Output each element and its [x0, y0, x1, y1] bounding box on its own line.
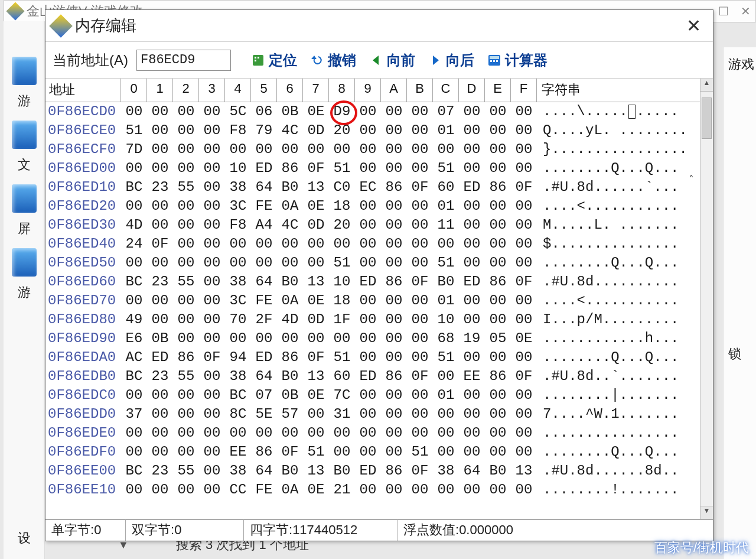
hex-byte[interactable]: 00: [121, 424, 147, 443]
calculator-button[interactable]: 计算器: [484, 50, 551, 71]
hex-byte[interactable]: 0E: [303, 386, 329, 405]
hex-byte[interactable]: ED: [251, 159, 277, 178]
scroll-up-icon[interactable]: ▲: [700, 79, 713, 92]
hex-byte[interactable]: 86: [485, 367, 511, 386]
hex-byte[interactable]: 0F: [407, 272, 433, 291]
address-input[interactable]: [136, 50, 231, 71]
hex-byte[interactable]: 00: [199, 159, 225, 178]
hex-byte[interactable]: 00: [251, 235, 277, 254]
hex-byte[interactable]: 55: [173, 367, 199, 386]
close-icon[interactable]: ✕: [682, 15, 706, 36]
hex-byte[interactable]: 23: [147, 462, 173, 480]
hex-byte[interactable]: 00: [199, 329, 225, 348]
hex-byte[interactable]: 64: [251, 462, 277, 480]
hex-byte[interactable]: 00: [303, 235, 329, 254]
hex-byte[interactable]: 00: [433, 140, 459, 159]
hex-byte[interactable]: 7D: [121, 140, 147, 159]
hex-byte[interactable]: 00: [329, 329, 355, 348]
hex-byte[interactable]: 00: [459, 197, 485, 216]
hex-byte[interactable]: 64: [251, 178, 277, 197]
hex-byte[interactable]: 00: [303, 329, 329, 348]
hex-byte[interactable]: 0B: [147, 329, 173, 348]
hex-byte[interactable]: 00: [355, 348, 381, 367]
hex-byte[interactable]: 01: [433, 197, 459, 216]
hex-header-ascii[interactable]: 字符串: [537, 79, 700, 102]
hex-byte[interactable]: 00: [199, 102, 225, 121]
hex-byte[interactable]: 00: [173, 121, 199, 140]
hex-byte[interactable]: 86: [251, 443, 277, 462]
hex-byte[interactable]: EE: [225, 443, 251, 462]
hex-byte[interactable]: 00: [199, 197, 225, 216]
memory-editor-titlebar[interactable]: 内存编辑 ✕: [45, 10, 713, 42]
hex-byte[interactable]: ED: [251, 348, 277, 367]
hex-byte[interactable]: 51: [329, 348, 355, 367]
hex-byte[interactable]: 00: [407, 254, 433, 272]
hex-byte[interactable]: 0F: [303, 348, 329, 367]
hex-byte[interactable]: 00: [407, 140, 433, 159]
hex-byte[interactable]: BC: [121, 178, 147, 197]
hex-byte[interactable]: BC: [121, 367, 147, 386]
hex-row[interactable]: 0F86EDA0ACED860F94ED860F5100000051000000…: [45, 348, 700, 367]
hex-byte[interactable]: 00: [173, 235, 199, 254]
hex-byte[interactable]: 00: [173, 197, 199, 216]
hex-byte[interactable]: 00: [303, 140, 329, 159]
hex-byte[interactable]: 3C: [225, 197, 251, 216]
hex-byte[interactable]: 00: [173, 480, 199, 499]
hex-byte[interactable]: 00: [381, 197, 407, 216]
hex-header-col[interactable]: 0: [121, 79, 147, 102]
hex-byte[interactable]: 38: [433, 462, 459, 480]
hex-byte[interactable]: 00: [381, 329, 407, 348]
hex-byte[interactable]: 00: [433, 235, 459, 254]
hex-byte[interactable]: 07: [251, 386, 277, 405]
hex-byte[interactable]: 51: [433, 159, 459, 178]
hex-byte[interactable]: 00: [355, 121, 381, 140]
hex-byte[interactable]: 64: [251, 272, 277, 291]
hex-byte[interactable]: 00: [303, 405, 329, 424]
hex-byte[interactable]: 0F: [407, 462, 433, 480]
hex-byte[interactable]: 0F: [511, 367, 537, 386]
hex-byte[interactable]: 00: [511, 159, 537, 178]
hex-byte[interactable]: ED: [147, 348, 173, 367]
hex-byte[interactable]: 55: [173, 272, 199, 291]
hex-byte[interactable]: 5C: [225, 102, 251, 121]
hex-byte[interactable]: B0: [485, 462, 511, 480]
hex-byte[interactable]: 5E: [251, 405, 277, 424]
hex-byte[interactable]: 0E: [303, 197, 329, 216]
hex-byte[interactable]: 00: [121, 197, 147, 216]
hex-row[interactable]: 0F86ECF07D000000000000000000000000000000…: [45, 140, 700, 159]
hex-byte[interactable]: 00: [485, 197, 511, 216]
hex-byte[interactable]: 00: [407, 348, 433, 367]
hex-byte[interactable]: 1F: [329, 310, 355, 329]
hex-row[interactable]: 0F86ED20000000003CFE0A0E1800000001000000…: [45, 197, 700, 216]
hex-byte[interactable]: FE: [251, 197, 277, 216]
hex-byte[interactable]: 21: [329, 480, 355, 499]
hex-byte[interactable]: 00: [407, 121, 433, 140]
hex-row[interactable]: 0F86EDE000000000000000000000000000000000…: [45, 424, 700, 443]
hex-byte[interactable]: 00: [459, 291, 485, 310]
hex-byte[interactable]: 00: [381, 291, 407, 310]
hex-byte[interactable]: 00: [199, 480, 225, 499]
hex-byte[interactable]: 00: [173, 291, 199, 310]
hex-byte[interactable]: B0: [433, 272, 459, 291]
hex-byte[interactable]: 00: [147, 424, 173, 443]
hex-ascii[interactable]: ........Q...Q...: [537, 443, 700, 462]
hex-byte[interactable]: 00: [147, 121, 173, 140]
hex-byte[interactable]: FE: [251, 291, 277, 310]
hex-byte[interactable]: 00: [173, 329, 199, 348]
hex-byte[interactable]: 00: [381, 121, 407, 140]
hex-byte[interactable]: 00: [147, 197, 173, 216]
hex-byte[interactable]: 00: [355, 254, 381, 272]
hex-byte[interactable]: 4C: [277, 216, 303, 235]
hex-byte[interactable]: 00: [511, 235, 537, 254]
hex-byte[interactable]: EC: [355, 178, 381, 197]
hex-byte[interactable]: 00: [329, 235, 355, 254]
hex-byte[interactable]: 0D: [303, 121, 329, 140]
hex-byte[interactable]: 51: [433, 348, 459, 367]
hex-byte[interactable]: 00: [199, 367, 225, 386]
hex-byte[interactable]: 00: [277, 254, 303, 272]
hex-byte[interactable]: 64: [251, 367, 277, 386]
hex-byte[interactable]: 00: [407, 159, 433, 178]
hex-byte[interactable]: 86: [277, 348, 303, 367]
hex-ascii[interactable]: ........Q...Q...: [537, 348, 700, 367]
hex-row[interactable]: 0F86ED000000000010ED860F5100000051000000…: [45, 159, 700, 178]
